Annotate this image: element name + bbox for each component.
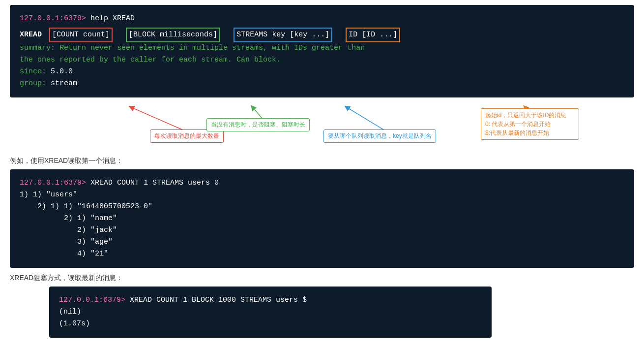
annotation-red-text: 每次读取消息的最大数量 xyxy=(154,132,219,139)
prompt-line-1: 127.0.0.1:6379> help XREAD xyxy=(20,13,624,25)
summary-text: Return never seen elements in multiple s… xyxy=(59,44,365,52)
arrows-svg xyxy=(10,102,634,152)
svg-line-3 xyxy=(525,107,535,117)
t2-line3: 2) 1) "name" xyxy=(20,213,624,224)
t3-nil: (nil) xyxy=(59,306,482,318)
command-2: XREAD COUNT 1 STREAMS users 0 xyxy=(90,179,219,187)
terminal-2: 127.0.0.1:6379> XREAD COUNT 1 STREAMS us… xyxy=(10,169,634,268)
prompt-line-2: 127.0.0.1:6379> XREAD COUNT 1 STREAMS us… xyxy=(20,177,624,189)
text2-content: XREAD阻塞方式，读取最新的消息： xyxy=(10,274,123,282)
text1-content: 例如，使用XREAD读取第一个消息： xyxy=(10,157,123,164)
annotation-area: 每次读取消息的最大数量 当没有消息时，是否阻塞、阻塞时长 要从哪个队列读取消息，… xyxy=(10,102,634,152)
summary-line: summary: Return never seen elements in m… xyxy=(20,42,624,54)
id-bracket: ID [ID ...] xyxy=(346,28,400,42)
annotation-orange: 起始id，只返回大于该ID的消息0: 代表从第一个消息开始$:代表从最新的消息开… xyxy=(481,108,579,140)
plain-text-1: 例如，使用XREAD读取第一个消息： xyxy=(10,157,634,165)
t3-nil-text: (nil) xyxy=(59,308,81,316)
annotation-green: 当没有消息时，是否阻塞、阻塞时长 xyxy=(206,118,310,131)
t3-time-text: (1.07s) xyxy=(59,319,90,328)
annotation-red: 每次读取消息的最大数量 xyxy=(150,129,224,143)
summary-label: summary: xyxy=(20,44,55,52)
prompt-2: 127.0.0.1:6379> xyxy=(20,179,86,187)
prompt-1: 127.0.0.1:6379> xyxy=(20,14,86,23)
plain-text-2: XREAD阻塞方式，读取最新的消息： xyxy=(10,274,634,283)
t3-time: (1.07s) xyxy=(59,318,482,330)
command-3: XREAD COUNT 1 BLOCK 1000 STREAMS users $ xyxy=(130,296,307,304)
count-bracket: [COUNT count] xyxy=(49,28,113,42)
t2-l2: 2) 1) 1) "1644805700523-0" xyxy=(20,202,152,211)
svg-line-1 xyxy=(253,107,267,125)
t2-line2: 2) 1) 1) "1644805700523-0" xyxy=(20,201,624,213)
summary-line2-text: the ones reported by the caller for each… xyxy=(20,56,281,64)
xread-syntax-line: XREAD [COUNT count] [BLOCK milliseconds]… xyxy=(20,28,624,42)
since-label: since: xyxy=(20,67,46,76)
help-xread-section: 127.0.0.1:6379> help XREAD XREAD [COUNT … xyxy=(10,5,634,152)
since-line: since: 5.0.0 xyxy=(20,66,624,78)
t2-l5: 3) "age" xyxy=(20,238,113,246)
svg-line-0 xyxy=(131,107,193,134)
svg-line-2 xyxy=(347,107,391,134)
t2-line1: 1) 1) "users" xyxy=(20,189,624,201)
since-value: 5.0.0 xyxy=(51,67,73,76)
annotation-green-text: 当没有消息时，是否阻塞、阻塞时长 xyxy=(211,121,305,128)
block-bracket: [BLOCK milliseconds] xyxy=(126,28,220,42)
summary-line2: the ones reported by the caller for each… xyxy=(20,54,624,66)
t2-line5: 3) "age" xyxy=(20,236,624,248)
terminal-1: 127.0.0.1:6379> help XREAD XREAD [COUNT … xyxy=(10,5,634,97)
prompt-3: 127.0.0.1:6379> xyxy=(59,296,125,304)
streams-bracket: STREAMS key [key ...] xyxy=(234,28,332,42)
t2-l6: 4) "21" xyxy=(20,250,108,258)
annotation-blue-text: 要从哪个队列读取消息，key就是队列名 xyxy=(328,132,432,139)
t2-l3: 2) 1) "name" xyxy=(20,214,117,223)
xread-keyword: XREAD xyxy=(20,31,42,39)
t2-l4: 2) "jack" xyxy=(20,226,117,234)
t2-line6: 4) "21" xyxy=(20,248,624,260)
t2-line4: 2) "jack" xyxy=(20,224,624,236)
group-value: stream xyxy=(51,79,77,88)
annotation-orange-text: 起始id，只返回大于该ID的消息0: 代表从第一个消息开始$:代表从最新的消息开… xyxy=(485,112,566,136)
group-label: group: xyxy=(20,79,46,88)
prompt-line-3: 127.0.0.1:6379> XREAD COUNT 1 BLOCK 1000… xyxy=(59,294,482,306)
t2-l1: 1) 1) "users" xyxy=(20,191,77,199)
terminal-3: 127.0.0.1:6379> XREAD COUNT 1 BLOCK 1000… xyxy=(49,287,492,338)
command-1: help XREAD xyxy=(90,14,135,23)
group-line: group: stream xyxy=(20,78,624,90)
annotation-blue: 要从哪个队列读取消息，key就是队列名 xyxy=(323,129,436,143)
